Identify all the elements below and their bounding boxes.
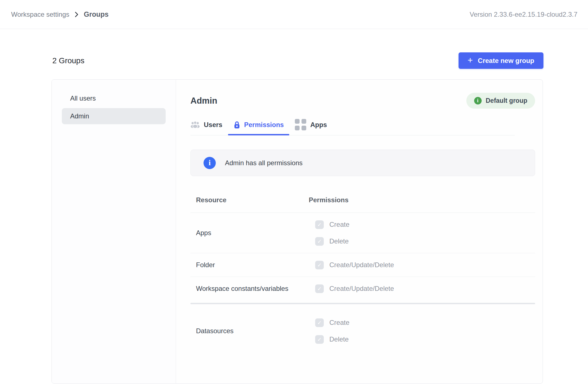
checkbox-checked-disabled: ✓ (315, 261, 324, 269)
sidebar-item-all-users[interactable]: All users (62, 90, 166, 106)
column-header-resource: Resource (190, 196, 309, 204)
permission-row-datasources: Datasources ✓ Create ✓ Delete (190, 311, 535, 351)
check-icon: ✓ (317, 221, 322, 228)
group-header-row: Admin i Default group (190, 93, 535, 109)
checkbox-checked-disabled: ✓ (315, 237, 324, 246)
group-tabs: Users Permissions (190, 114, 515, 135)
groups-panel: All users Admin Admin i Default group (52, 79, 543, 384)
permissions-table: Resource Permissions Apps ✓ Create ✓ Del… (190, 187, 535, 351)
tab-apps[interactable]: Apps (289, 114, 332, 135)
permission-label: Create/Update/Delete (329, 261, 394, 269)
permission-label: Delete (329, 335, 349, 343)
info-icon: i (474, 97, 482, 104)
group-list-sidebar: All users Admin (52, 80, 176, 383)
grid-icon (295, 119, 306, 130)
default-group-label: Default group (486, 97, 528, 104)
plus-icon: + (468, 56, 473, 65)
permissions-table-header: Resource Permissions (190, 187, 535, 213)
permission-label: Create (329, 221, 349, 228)
checkbox-checked-disabled: ✓ (315, 318, 324, 327)
permission-row-apps: Apps ✓ Create ✓ Delete (190, 213, 535, 253)
top-bar: Workspace settings Groups Version 2.33.6… (0, 0, 588, 29)
tab-users[interactable]: Users (190, 114, 228, 135)
permission-label: Create/Update/Delete (329, 285, 394, 293)
create-new-group-button[interactable]: + Create new group (459, 52, 543, 69)
check-icon: ✓ (317, 336, 322, 343)
checkbox-checked-disabled: ✓ (315, 284, 324, 293)
version-label: Version 2.33.6-ee2.15.19-cloud2.3.7 (470, 11, 577, 18)
create-new-group-label: Create new group (478, 57, 534, 65)
sidebar-item-label: All users (70, 94, 96, 102)
info-icon: i (204, 157, 216, 169)
permission-label: Create (329, 319, 349, 326)
permission-label: Delete (329, 237, 349, 245)
info-banner: i Admin has all permissions (190, 150, 535, 176)
breadcrumb: Workspace settings Groups (11, 10, 109, 18)
sidebar-item-admin[interactable]: Admin (62, 108, 166, 124)
tab-users-label: Users (204, 121, 222, 129)
lock-icon (234, 121, 240, 129)
breadcrumb-current-groups: Groups (84, 10, 109, 18)
groups-toolbar: 2 Groups + Create new group (52, 52, 543, 69)
column-header-permissions: Permissions (309, 196, 349, 204)
check-icon: ✓ (317, 320, 322, 326)
users-icon (190, 121, 200, 128)
checkbox-checked-disabled: ✓ (315, 335, 324, 344)
sidebar-item-label: Admin (70, 112, 89, 120)
breadcrumb-workspace-settings[interactable]: Workspace settings (11, 11, 69, 18)
chevron-right-icon (74, 11, 79, 18)
section-divider (190, 303, 535, 304)
group-detail-pane: Admin i Default group (176, 80, 543, 383)
check-icon: ✓ (317, 262, 322, 268)
checkbox-checked-disabled: ✓ (315, 220, 324, 229)
groups-count: 2 Groups (52, 56, 84, 65)
group-title: Admin (190, 96, 217, 106)
check-icon: ✓ (317, 286, 322, 292)
resource-label: Apps (190, 229, 309, 237)
default-group-badge: i Default group (466, 93, 535, 109)
tab-permissions[interactable]: Permissions (228, 114, 290, 135)
check-icon: ✓ (317, 238, 322, 245)
resource-label: Workspace constants/variables (190, 285, 309, 293)
resource-label: Datasources (190, 327, 309, 335)
tab-apps-label: Apps (310, 121, 327, 129)
resource-label: Folder (190, 261, 309, 269)
tab-permissions-label: Permissions (244, 121, 284, 129)
permission-row-folder: Folder ✓ Create/Update/Delete (190, 253, 535, 277)
info-banner-text: Admin has all permissions (225, 159, 303, 167)
permission-row-workspace-constants: Workspace constants/variables ✓ Create/U… (190, 277, 535, 300)
